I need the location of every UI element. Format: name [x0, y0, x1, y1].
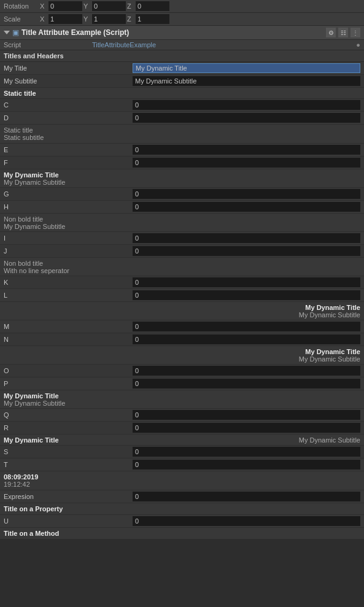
my-subtitle-input[interactable] [133, 76, 360, 86]
n-label: N [4, 336, 133, 343]
static-title-subtitle-block: Static title Static subtitle [0, 125, 364, 144]
scale-label: Scale [4, 15, 37, 23]
nonbold-sub2-text: With no line seperator [4, 267, 360, 274]
t-input[interactable] [133, 460, 360, 470]
n-input[interactable] [133, 334, 360, 344]
t-row: T [0, 458, 364, 471]
rotation-z-input[interactable] [136, 1, 169, 11]
right-sub1-text: My Dynamic Subtitle [4, 311, 360, 319]
p-label: P [4, 380, 133, 387]
d-row: D [0, 112, 364, 125]
scale-x-input[interactable] [48, 14, 82, 24]
title-on-property-section: Title on a Property [0, 503, 364, 515]
rotation-label: Rotation [4, 2, 37, 10]
k-row: K [0, 276, 364, 289]
spread-title-block: My Dynamic Title My Dynamic Subtitle [0, 435, 364, 446]
scale-z-label: Z [127, 15, 134, 23]
rotation-row: Rotation X Y Z [0, 0, 364, 13]
right-title1-text: My Dynamic Title [4, 304, 360, 311]
k-input[interactable] [133, 277, 360, 287]
my-title-input[interactable] [133, 63, 360, 73]
i-input[interactable] [133, 233, 360, 243]
dyn-title2-text: My Dynamic Title [4, 392, 360, 400]
dyn-title1-text: My Dynamic Title [4, 171, 360, 179]
e-label: E [4, 146, 133, 153]
e-row: E [0, 144, 364, 157]
c-label: C [4, 101, 133, 109]
l-row: L [0, 289, 364, 302]
scale-z-input[interactable] [136, 14, 169, 24]
g-input[interactable] [133, 189, 360, 199]
right-title1-block: My Dynamic Title My Dynamic Subtitle [0, 302, 364, 320]
k-label: K [4, 279, 133, 286]
r-row: R [0, 422, 364, 435]
j-input[interactable] [133, 246, 360, 256]
nonbold-sub1-text: My Dynamic Subtitle [4, 223, 360, 230]
my-title-label: My Title [4, 64, 133, 72]
scale-y-label: Y [83, 15, 91, 23]
title-on-property-text: Title on a Property [4, 505, 63, 512]
nonbold-title2-block: Non bold title With no line seperator [0, 258, 364, 276]
j-row: J [0, 245, 364, 258]
title-on-method-section: Title on a Method [0, 528, 364, 539]
rotation-y-label: Y [83, 2, 91, 10]
u-row: U [0, 515, 364, 528]
scale-xyz: X Y Z [40, 14, 360, 24]
r-input[interactable] [133, 423, 360, 433]
f-input[interactable] [133, 158, 360, 168]
n-row: N [0, 333, 364, 346]
h-input[interactable] [133, 202, 360, 212]
expresion-row: Expresion [0, 490, 364, 503]
g-row: G [0, 188, 364, 201]
i-row: I [0, 232, 364, 245]
my-subtitle-label: My Subtitle [4, 77, 133, 85]
static-title2-text: Static title [4, 126, 360, 134]
center-title1-text: My Dynamic Title [4, 348, 360, 355]
u-input[interactable] [133, 516, 360, 526]
center-title1-block: My Dynamic Title My Dynamic Subtitle [0, 346, 364, 365]
date-block: 08:09:2019 19:12:42 [0, 471, 364, 490]
component-menu-icon[interactable]: ⋮ [350, 28, 360, 37]
i-label: I [4, 234, 133, 242]
expresion-input[interactable] [133, 492, 360, 501]
o-label: O [4, 367, 133, 374]
nonbold-title2-text: Non bold title [4, 260, 360, 267]
m-row: M [0, 320, 364, 333]
collapse-triangle-icon[interactable] [4, 31, 10, 34]
q-label: Q [4, 411, 133, 419]
s-input[interactable] [133, 447, 360, 457]
rotation-x-label: X [40, 2, 47, 10]
d-input[interactable] [133, 113, 360, 123]
rotation-z-label: Z [127, 2, 134, 10]
dyn-title2-block: My Dynamic Title My Dynamic Subtitle [0, 390, 364, 409]
c-input[interactable] [133, 100, 360, 110]
dyn-sub2-text: My Dynamic Subtitle [4, 400, 360, 407]
static-title-header-text: Static title [4, 90, 360, 97]
component-header: ▣ Title Attribute Example (Script) ⚙ ☷ ⋮ [0, 26, 364, 40]
scale-y-input[interactable] [92, 14, 126, 24]
q-input[interactable] [133, 410, 360, 420]
date-sub-text: 19:12:42 [4, 481, 360, 488]
rotation-xyz: X Y Z [40, 1, 360, 11]
component-settings-icon[interactable]: ⚙ [326, 28, 336, 37]
component-script-icon: ▣ [12, 28, 19, 37]
s-label: S [4, 448, 133, 455]
p-input[interactable] [133, 379, 360, 389]
m-label: M [4, 323, 133, 330]
script-row: Script TitleAttributeExample ● [0, 40, 364, 50]
component-layout-icon[interactable]: ☷ [338, 28, 348, 37]
center-sub1-text: My Dynamic Subtitle [4, 355, 360, 363]
scale-x-label: X [40, 15, 47, 23]
m-input[interactable] [133, 322, 360, 331]
l-input[interactable] [133, 290, 360, 300]
e-input[interactable] [133, 145, 360, 155]
title-on-method-text: Title on a Method [4, 530, 59, 537]
o-input[interactable] [133, 366, 360, 376]
q-row: Q [0, 409, 364, 422]
spread-title-text: My Dynamic Title [4, 436, 59, 444]
my-subtitle-row: My Subtitle [0, 75, 364, 88]
rotation-x-input[interactable] [48, 1, 82, 11]
d-label: D [4, 114, 133, 122]
rotation-y-input[interactable] [92, 1, 126, 11]
component-title: Title Attribute Example (Script) [21, 28, 323, 37]
